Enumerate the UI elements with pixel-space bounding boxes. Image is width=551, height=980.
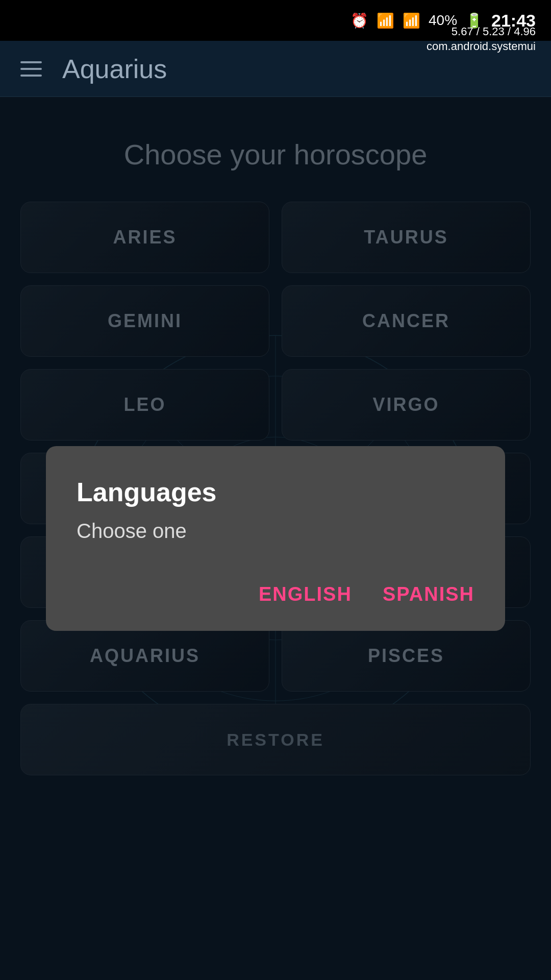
main-content: Choose your horoscope ARIES TAURUS GEMIN… <box>0 97 551 980</box>
wifi-icon: 📶 <box>377 12 394 29</box>
signal-icon: 📶 <box>403 12 420 29</box>
status-bar: ⏰ 📶 📶 40% 🔋 21:43 5.67 / 5.23 / 4.96 com… <box>0 0 551 41</box>
debug-info: 5.67 / 5.23 / 4.96 com.android.systemui <box>427 24 536 54</box>
english-button[interactable]: ENGLISH <box>259 583 352 605</box>
modal-buttons: ENGLISH SPANISH <box>77 583 474 605</box>
menu-button[interactable] <box>20 61 42 77</box>
modal-title: Languages <box>77 477 474 507</box>
languages-dialog: Languages Choose one ENGLISH SPANISH <box>46 446 505 631</box>
modal-overlay[interactable]: Languages Choose one ENGLISH SPANISH <box>0 97 551 980</box>
spanish-button[interactable]: SPANISH <box>383 583 474 605</box>
modal-subtitle: Choose one <box>77 520 474 543</box>
alarm-icon: ⏰ <box>350 12 368 29</box>
app-title: Aquarius <box>62 54 167 84</box>
